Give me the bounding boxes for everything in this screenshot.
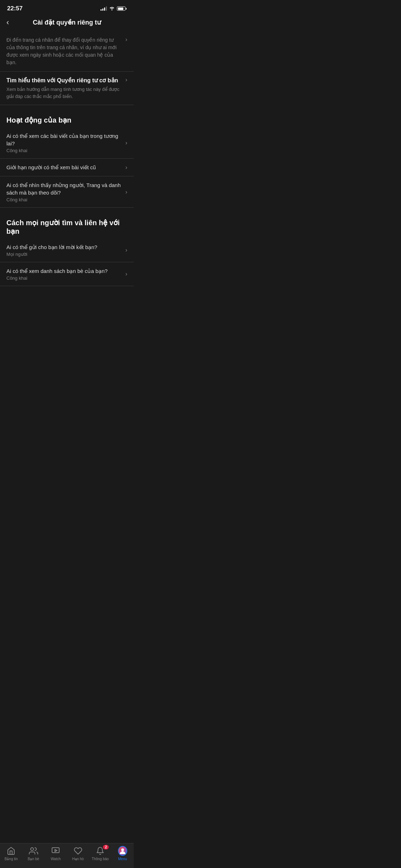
future-posts-title: Ai có thể xem các bài viết của bạn trong… — [6, 132, 122, 147]
spacer2 — [0, 208, 134, 211]
learn-more-desc: Xem bản hướng dẫn mang tính tương tác nà… — [6, 86, 122, 100]
chevron-right-icon: › — [125, 271, 127, 277]
battery-icon — [117, 6, 127, 11]
following-visibility-item[interactable]: Ai có thể nhìn thấy những người, Trang v… — [0, 176, 134, 208]
friend-request-item[interactable]: Ai có thể gửi cho bạn lời mời kết bạn? M… — [0, 238, 134, 262]
friends-list-item[interactable]: Ai có thể xem danh sách bạn bè của bạn? … — [0, 262, 134, 286]
chevron-right-icon: › — [125, 77, 127, 83]
friends-list-title: Ai có thể xem danh sách bạn bè của bạn? — [6, 267, 122, 275]
activity-section-heading: Hoạt động của bạn — [0, 109, 134, 127]
page-title: Cài đặt quyền riêng tư — [33, 19, 101, 26]
content: Đi đến trang cá nhân để thay đổi quyền r… — [0, 31, 134, 322]
friend-request-subtitle: Mọi người — [6, 252, 122, 257]
activity-heading-text: Hoạt động của bạn — [6, 116, 71, 124]
header: ‹ Cài đặt quyền riêng tư — [0, 15, 134, 31]
profile-privacy-desc: Đi đến trang cá nhân để thay đổi quyền r… — [6, 37, 117, 65]
learn-more-content: Tìm hiểu thêm với Quyền riêng tư cơ bản … — [6, 77, 125, 100]
following-visibility-title: Ai có thể nhìn thấy những người, Trang v… — [6, 181, 122, 196]
chevron-right-icon: › — [125, 36, 127, 43]
find-contact-heading-text: Cách mọi người tìm và liên hệ với bạn — [6, 219, 120, 235]
wifi-icon — [109, 6, 115, 11]
status-bar: 22:57 — [0, 0, 134, 15]
future-posts-subtitle: Công khai — [6, 148, 122, 153]
friend-request-title: Ai có thể gửi cho bạn lời mời kết bạn? — [6, 243, 122, 251]
signal-icon — [101, 6, 107, 11]
bottom-padding — [0, 286, 134, 322]
chevron-right-icon: › — [125, 164, 127, 171]
future-posts-content: Ai có thể xem các bài viết của bạn trong… — [6, 132, 125, 153]
friends-list-content: Ai có thể xem danh sách bạn bè của bạn? … — [6, 267, 125, 281]
back-button[interactable]: ‹ — [6, 18, 9, 27]
friends-list-subtitle: Công khai — [6, 275, 122, 281]
limit-old-posts-title: Giới hạn người có thể xem bài viết cũ — [6, 164, 122, 171]
limit-old-posts-content: Giới hạn người có thể xem bài viết cũ — [6, 164, 125, 171]
find-contact-section-heading: Cách mọi người tìm và liên hệ với bạn — [0, 211, 134, 238]
chevron-right-icon: › — [125, 247, 127, 253]
following-visibility-content: Ai có thể nhìn thấy những người, Trang v… — [6, 181, 125, 202]
chevron-right-icon: › — [125, 189, 127, 195]
profile-privacy-item[interactable]: Đi đến trang cá nhân để thay đổi quyền r… — [0, 31, 134, 72]
friend-request-content: Ai có thể gửi cho bạn lời mời kết bạn? M… — [6, 243, 125, 257]
status-time: 22:57 — [7, 5, 22, 12]
profile-privacy-text: Đi đến trang cá nhân để thay đổi quyền r… — [6, 36, 125, 66]
limit-old-posts-item[interactable]: Giới hạn người có thể xem bài viết cũ › — [0, 159, 134, 176]
spacer — [0, 105, 134, 109]
future-posts-item[interactable]: Ai có thể xem các bài viết của bạn trong… — [0, 127, 134, 159]
learn-more-title: Tìm hiểu thêm với Quyền riêng tư cơ bản — [6, 77, 122, 84]
learn-more-item[interactable]: Tìm hiểu thêm với Quyền riêng tư cơ bản … — [0, 72, 134, 105]
chevron-right-icon: › — [125, 140, 127, 146]
status-icons — [101, 6, 127, 11]
following-visibility-subtitle: Công khai — [6, 197, 122, 202]
